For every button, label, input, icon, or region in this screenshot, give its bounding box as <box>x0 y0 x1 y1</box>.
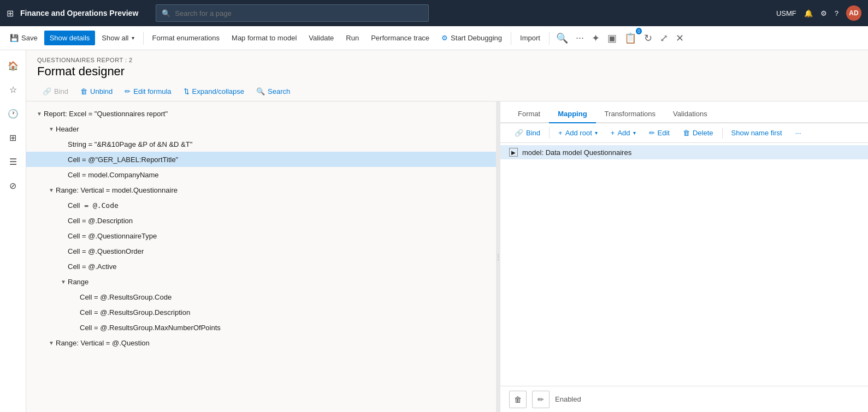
app-grid-icon[interactable]: ⊞ <box>7 8 14 19</box>
model-tree[interactable]: ▶ model: Data model Questionnaires <box>500 143 868 386</box>
sidebar-item-favorites[interactable]: ☆ <box>2 79 24 100</box>
global-search-bar[interactable]: 🔍 <box>156 4 429 22</box>
tree-item[interactable]: Cell = model.CompanyName <box>26 167 496 182</box>
show-name-first-button[interactable]: Show name first <box>726 127 788 139</box>
tree-toggle-icon[interactable]: ▼ <box>47 126 56 132</box>
tree-toggle-icon[interactable]: ▼ <box>47 187 56 193</box>
tree-item[interactable]: Cell = @.ResultsGroup.Description <box>26 304 496 320</box>
tree-item[interactable]: Cell = @.QuestionOrder <box>26 243 496 259</box>
performance-trace-button[interactable]: Performance trace <box>365 31 435 45</box>
tree-item[interactable]: ▼ Header <box>26 121 496 136</box>
tree-item[interactable]: Cell = @.Code <box>26 198 496 213</box>
close-icon[interactable]: ✕ <box>672 30 687 46</box>
separator-2 <box>511 32 511 45</box>
main-layout: 🏠 ☆ 🕐 ⊞ ☰ ⊘ QUESTIONNAIRES REPORT : 2 Fo… <box>0 50 868 412</box>
settings-icon[interactable]: ⚙ <box>820 9 827 17</box>
edit-formula-button[interactable]: ✏ Edit formula <box>119 85 176 98</box>
global-search-input[interactable] <box>175 9 423 17</box>
delete-button[interactable]: 🗑 Delete <box>677 127 719 139</box>
add-button[interactable]: + Add ▾ <box>605 127 641 139</box>
notification-icon[interactable]: 🔔 <box>804 9 813 17</box>
tab-transformations[interactable]: Transformations <box>596 105 664 123</box>
run-button[interactable]: Run <box>340 31 364 45</box>
add-root-chevron-icon: ▾ <box>595 130 598 136</box>
tree-item-label: Cell = @.Code <box>68 201 492 210</box>
customize-icon[interactable]: ✦ <box>588 30 603 46</box>
tree-item[interactable]: Cell = @.Active <box>26 259 496 274</box>
tree-item[interactable]: Cell = @"GER_LABEL:ReportTitle" <box>26 152 496 167</box>
import-button[interactable]: Import <box>515 31 546 45</box>
badge-icon[interactable]: 📋0 <box>621 30 640 46</box>
tree-item-label: Cell = @.QuestionOrder <box>68 247 492 255</box>
tree-item[interactable]: Cell = @.QuestionnaireType <box>26 228 496 243</box>
save-button[interactable]: 💾 Save <box>4 31 43 45</box>
tree-item[interactable]: String = "&R&10Page &P of &N &D &T" <box>26 136 496 152</box>
edit-button[interactable]: ✏ Edit <box>643 127 675 139</box>
format-enumerations-button[interactable]: Format enumerations <box>147 31 226 45</box>
tree-item[interactable]: ▼ Range: Vertical = @.Question <box>26 335 496 350</box>
add-root-icon: + <box>558 129 563 137</box>
tree-item-label: Range: Vertical = model.Questionnaire <box>56 186 492 194</box>
page-header: QUESTIONNAIRES REPORT : 2 Format designe… <box>26 50 868 82</box>
status-delete-button[interactable]: 🗑 <box>509 391 527 408</box>
validate-button[interactable]: Validate <box>303 31 339 45</box>
help-icon[interactable]: ? <box>835 9 839 17</box>
more-options-icon[interactable]: ··· <box>572 30 587 46</box>
sidebar-filter-icon[interactable]: ⊘ <box>2 175 24 196</box>
command-bar: 💾 Save Show details Show all ▾ Format en… <box>0 26 868 50</box>
tree-item[interactable]: Cell = @.Description <box>26 213 496 228</box>
expand-collapse-button[interactable]: ⇅ Expand/collapse <box>178 85 250 98</box>
tab-validations[interactable]: Validations <box>664 105 716 123</box>
tree-item-label: Range: Vertical = @.Question <box>56 339 492 347</box>
add-chevron-icon: ▾ <box>633 130 636 136</box>
tree-item-label: Header <box>56 125 492 133</box>
sidebar-item-list[interactable]: ☰ <box>2 151 24 172</box>
search-icon: 🔍 <box>256 87 265 95</box>
tree-item[interactable]: ▼ Range: Vertical = model.Questionnaire <box>26 182 496 198</box>
search-icon: 🔍 <box>162 9 170 17</box>
tree-item[interactable]: ▼ Report: Excel = "Questionnaires report… <box>26 106 496 121</box>
map-sep-1 <box>549 128 550 139</box>
show-details-button[interactable]: Show details <box>44 31 96 45</box>
tree-item[interactable]: Cell = @.ResultsGroup.Code <box>26 289 496 304</box>
tree-item[interactable]: ▼ Range <box>26 274 496 289</box>
model-toggle-icon[interactable]: ▶ <box>509 148 518 157</box>
add-root-button[interactable]: + Add root ▾ <box>553 127 603 139</box>
tree-toggle-icon[interactable]: ▼ <box>35 111 44 117</box>
mapping-bind-button[interactable]: 🔗 Bind <box>509 127 546 139</box>
search-button[interactable]: 🔍 Search <box>251 85 296 98</box>
separator-3 <box>549 32 550 45</box>
status-edit-button[interactable]: ✏ <box>532 391 550 408</box>
avatar[interactable]: AD <box>846 5 861 21</box>
map-format-to-model-button[interactable]: Map format to model <box>226 31 302 45</box>
panel-icon[interactable]: ▣ <box>604 30 620 46</box>
tree-toggle-icon[interactable]: ▼ <box>47 340 56 346</box>
expand-collapse-icon: ⇅ <box>184 87 190 95</box>
panel-splitter[interactable] <box>496 101 500 412</box>
format-tree[interactable]: ▼ Report: Excel = "Questionnaires report… <box>26 101 496 412</box>
tab-format[interactable]: Format <box>509 105 549 123</box>
sidebar-item-home[interactable]: 🏠 <box>2 55 24 76</box>
status-enabled-label: Enabled <box>555 395 581 403</box>
more-options-button[interactable]: ··· <box>790 127 807 139</box>
sidebar-item-workspaces[interactable]: ⊞ <box>2 127 24 148</box>
left-panel: ▼ Report: Excel = "Questionnaires report… <box>26 101 496 412</box>
status-delete-icon: 🗑 <box>514 395 522 404</box>
debug-icon: ⚙ <box>441 34 448 42</box>
refresh-icon[interactable]: ↻ <box>641 30 656 46</box>
add-icon: + <box>611 129 615 137</box>
tree-item-label: Range <box>68 278 492 286</box>
start-debugging-button[interactable]: ⚙ Start Debugging <box>436 31 507 45</box>
tree-item[interactable]: Cell = @.ResultsGroup.MaxNumberOfPoints <box>26 320 496 335</box>
bind-icon: 🔗 <box>43 87 51 95</box>
sidebar-item-recent[interactable]: 🕐 <box>2 103 24 124</box>
show-all-button[interactable]: Show all ▾ <box>96 31 139 45</box>
model-tree-item[interactable]: ▶ model: Data model Questionnaires <box>500 145 868 159</box>
tab-mapping[interactable]: Mapping <box>549 105 595 123</box>
unbind-button[interactable]: 🗑 Unbind <box>75 85 118 98</box>
bind-button[interactable]: 🔗 Bind <box>37 85 74 98</box>
search-toolbar-icon[interactable]: 🔍 <box>553 30 571 46</box>
tree-toggle-icon[interactable]: ▼ <box>59 279 68 285</box>
top-nav-right: USMF 🔔 ⚙ ? AD <box>776 5 861 21</box>
fullscreen-icon[interactable]: ⤢ <box>657 30 671 46</box>
